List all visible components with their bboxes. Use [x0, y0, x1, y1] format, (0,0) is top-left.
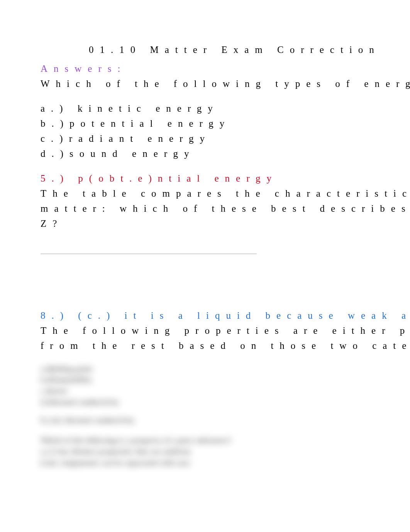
page-title: 01.10 Matter Exam Correction: [41, 42, 410, 58]
answers-label: Answers:: [41, 61, 410, 76]
q1-option-c: c.)radiant energy: [41, 131, 410, 146]
q2-line3: Z?: [41, 216, 410, 231]
q4-line3: b.)its components can be separated with …: [41, 457, 410, 469]
q1-option-d: d.)sound energy: [41, 146, 410, 161]
q3-line1: The following properties are either ph: [41, 323, 410, 338]
q3-option-b: b.)flammability: [41, 374, 410, 386]
q3-option-d: d.)thermal conductivity: [41, 397, 410, 408]
q1-option-a: a.) kinetic energy: [41, 101, 410, 116]
q2-line2: matter: which of these best describes: [41, 201, 410, 216]
blurred-region: a.)Boiling point b.)flammability c.)lust…: [41, 364, 410, 469]
q2-answer: 8.) (c.) it is a liquid because weak a: [41, 308, 410, 323]
q3-line2: from the rest based on those two categ: [41, 338, 410, 354]
q3-answer: 9.) (d.) thermal conductivity: [41, 415, 410, 426]
document-page: 01.10 Matter Exam Correction Answers: Wh…: [0, 0, 410, 532]
q3-option-c: c.)luster: [41, 386, 410, 397]
q4-line1: Which of the following is a property of …: [41, 435, 410, 446]
q1-prompt: Which of the following types of energy: [41, 76, 410, 92]
q3-option-a: a.)Boiling point: [41, 364, 410, 375]
q4-line2: a.) it has distinct properties that are …: [41, 446, 410, 457]
title-text: 01.10 Matter Exam Correction: [89, 44, 380, 55]
q1-answer: 5.) p(obt.e)ntial energy: [41, 171, 410, 186]
separator-rule: [41, 253, 257, 254]
q2-line1: The table compares the characteristics: [41, 186, 410, 201]
q1-option-b: b.)potential energy: [41, 116, 410, 131]
